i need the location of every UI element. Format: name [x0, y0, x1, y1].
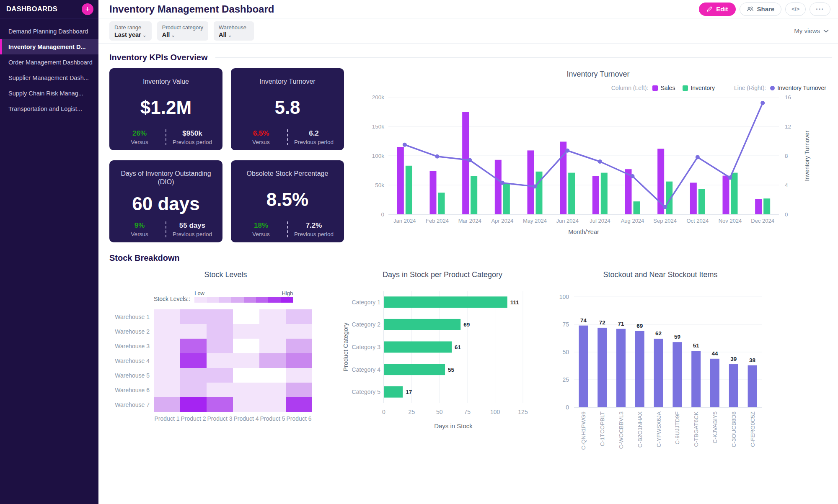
kpi-versus-label: Versus — [235, 231, 287, 237]
filter-chips: Date rangeLast year⌄Product categoryAll⌄… — [109, 21, 254, 41]
heatmap-col-label: Product 2 — [180, 412, 207, 427]
svg-text:25: 25 — [409, 409, 415, 415]
sidebar-item-1[interactable]: Demand Planning Dashboard — [0, 23, 98, 39]
svg-text:12: 12 — [785, 123, 791, 130]
dashboard-list: Demand Planning DashboardInventory Manag… — [0, 18, 98, 116]
svg-text:44: 44 — [711, 350, 718, 357]
heatmap-col-label: Product 6 — [286, 412, 312, 427]
legend-dot — [770, 86, 775, 90]
pencil-icon — [706, 6, 713, 12]
heatmap-row-label: Warehouse 4 — [114, 353, 154, 368]
kpi-value: $1.2M — [140, 86, 191, 129]
svg-text:C-YFWSX6JA: C-YFWSX6JA — [656, 411, 662, 447]
edit-button[interactable]: Edit — [699, 3, 735, 16]
svg-text:Category 1: Category 1 — [352, 299, 381, 306]
code-icon: </> — [791, 6, 799, 12]
kpi-versus-label: Versus — [114, 231, 166, 237]
sidebar-item-6[interactable]: Transportation and Logist... — [0, 101, 98, 116]
my-views-label: My views — [794, 27, 820, 34]
svg-text:25: 25 — [562, 376, 569, 383]
svg-text:200k: 200k — [372, 94, 385, 100]
svg-text:Category 4: Category 4 — [352, 366, 381, 373]
svg-text:100: 100 — [490, 409, 500, 415]
heatmap-cell-r5c3 — [207, 368, 233, 383]
days-in-stock-chart-panel[interactable]: Days in Stock per Product Category025507… — [342, 269, 543, 437]
svg-text:Aug 2024: Aug 2024 — [621, 218, 644, 224]
svg-text:Days in Stock: Days in Stock — [434, 422, 473, 429]
embed-code-button[interactable]: </> — [785, 3, 806, 16]
svg-text:69: 69 — [636, 323, 643, 329]
people-icon — [747, 6, 754, 12]
kpi-previous-value: 7.2% — [288, 221, 340, 230]
svg-text:C-TBGAT6CK: C-TBGAT6CK — [693, 411, 699, 447]
kpi-comparison: 18%Versus7.2%Previous period — [235, 221, 340, 237]
chevron-down-icon: ⌄ — [142, 32, 147, 38]
edit-label: Edit — [716, 5, 728, 13]
heatmap-cell-r7c6 — [286, 397, 312, 412]
sidebar-item-3[interactable]: Order Management Dashboard — [0, 54, 98, 70]
kpi-grid: Inventory Value$1.2M26%Versus$950kPrevio… — [109, 68, 344, 242]
svg-text:Category 3: Category 3 — [352, 344, 381, 350]
svg-text:Dec 2024: Dec 2024 — [751, 218, 774, 224]
svg-text:Jan 2024: Jan 2024 — [393, 218, 416, 224]
filter-chip-warehouse[interactable]: WarehouseAll⌄ — [214, 21, 254, 41]
inventory-turnover-chart-panel[interactable]: Inventory TurnoverColumn (Left):SalesInv… — [364, 68, 832, 242]
kpi-previous-label: Previous period — [166, 139, 218, 145]
legend-swatch — [652, 85, 658, 91]
combo-chart-svg: 050k100k150k200k0481216Inventory Turnove… — [364, 93, 829, 237]
svg-text:72: 72 — [599, 319, 605, 326]
add-dashboard-button[interactable]: + — [82, 3, 93, 15]
heatmap-cell-r2c6 — [286, 324, 312, 339]
legend-high-label: High — [282, 290, 293, 296]
svg-text:Mar 2024: Mar 2024 — [458, 218, 481, 224]
filter-chip-product-category[interactable]: Product categoryAll⌄ — [157, 21, 208, 41]
chart-title: Stock Levels — [114, 270, 338, 279]
sidebar-item-2[interactable]: Inventory Management D... — [0, 39, 98, 54]
svg-text:75: 75 — [562, 321, 569, 328]
main-area: Inventory Management Dashboard Edit Shar… — [98, 0, 838, 504]
filter-value: All⌄ — [162, 31, 203, 38]
sidebar-item-4[interactable]: Supplier Management Dash... — [0, 70, 98, 85]
svg-text:Inventory Turnover: Inventory Turnover — [804, 130, 810, 181]
svg-text:69: 69 — [463, 321, 470, 328]
share-label: Share — [757, 5, 775, 13]
svg-text:51: 51 — [693, 342, 700, 349]
sidebar-header: DASHBOARDS + — [0, 0, 98, 18]
stockout-chart-panel[interactable]: Stockout and Near Stockout Items02550751… — [547, 269, 773, 463]
dashboard-content: Inventory KPIs Overview Inventory Value$… — [98, 44, 838, 504]
share-button[interactable]: Share — [740, 3, 782, 16]
my-views-dropdown[interactable]: My views — [794, 27, 829, 34]
kpi-card-2: Inventory Turnover5.86.5%Versus6.2Previo… — [231, 68, 344, 150]
heatmap-row-label: Warehouse 1 — [114, 309, 154, 324]
filter-label: Product category — [162, 24, 203, 31]
kpi-value: 5.8 — [274, 86, 300, 129]
heatmap-row-label: Warehouse 6 — [114, 383, 154, 397]
svg-text:C-B2O1NHAX: C-B2O1NHAX — [637, 411, 643, 447]
heatmap-row-label: Warehouse 2 — [114, 324, 154, 339]
stock-levels-heatmap-panel[interactable]: Stock LevelsStock Levels::LowHighWarehou… — [109, 269, 338, 427]
svg-text:Category 5: Category 5 — [352, 388, 381, 395]
heatmap-cell-r6c3 — [207, 383, 233, 397]
svg-text:62: 62 — [655, 330, 662, 337]
stockout-chart-svg: 025507510074C-QNH1PWG972C-1TCOPBLT71C-WO… — [547, 280, 773, 461]
kpi-title: Obsolete Stock Percentage — [247, 170, 328, 178]
svg-text:0: 0 — [381, 211, 384, 218]
svg-text:50: 50 — [562, 349, 569, 355]
svg-text:100k: 100k — [372, 153, 385, 159]
kpi-delta: 26% — [114, 129, 166, 138]
heatmap-cell-r4c6 — [286, 353, 312, 368]
svg-text:16: 16 — [785, 94, 791, 100]
svg-text:50k: 50k — [375, 182, 384, 188]
kpi-title: Inventory Value — [143, 77, 189, 86]
more-options-button[interactable]: ··· — [810, 3, 830, 16]
svg-text:71: 71 — [618, 321, 624, 327]
kpi-previous-label: Previous period — [166, 231, 218, 237]
heatmap-cell-r2c4 — [233, 324, 259, 339]
filter-label: Date range — [114, 24, 147, 31]
heatmap-cell-r3c5 — [259, 339, 286, 353]
filter-chip-date-range[interactable]: Date rangeLast year⌄ — [109, 21, 152, 41]
chevron-down-icon: ⌄ — [171, 32, 175, 38]
top-bar: Inventory Management Dashboard Edit Shar… — [98, 0, 838, 18]
heatmap-cell-r7c1 — [154, 397, 180, 412]
sidebar-item-5[interactable]: Supply Chain Risk Manag... — [0, 85, 98, 101]
